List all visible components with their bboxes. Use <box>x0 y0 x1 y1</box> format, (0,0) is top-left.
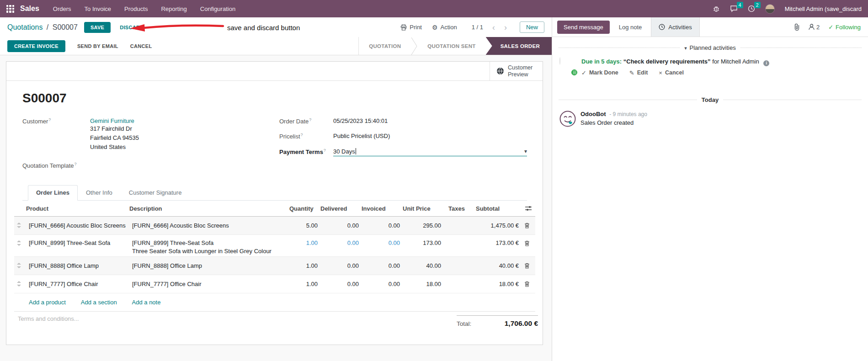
pager-prev-icon[interactable]: ‹ <box>490 23 498 32</box>
user-avatar[interactable] <box>765 4 775 14</box>
cell-unit-price[interactable]: 295.00 <box>403 216 444 234</box>
cell-quantity[interactable]: 5.00 <box>289 216 320 234</box>
add-a-section-link[interactable]: Add a section <box>81 299 117 306</box>
customer-name-link[interactable]: Gemini Furniture <box>90 117 134 124</box>
info-icon[interactable]: i <box>763 60 769 66</box>
optional-columns-icon[interactable] <box>522 201 535 216</box>
delete-row-icon[interactable] <box>522 275 535 293</box>
add-a-product-link[interactable]: Add a product <box>29 299 66 306</box>
cell-taxes[interactable] <box>444 256 476 275</box>
drag-handle-icon[interactable] <box>14 216 26 234</box>
print-button[interactable]: Print <box>400 24 422 31</box>
check-icon: ✓ <box>581 69 586 76</box>
state-quotation[interactable]: QUOTATION <box>359 37 411 55</box>
app-name[interactable]: Sales <box>20 5 39 13</box>
paperclip-icon[interactable] <box>793 23 800 31</box>
cell-invoiced[interactable]: 0.00 <box>362 234 403 256</box>
cell-product[interactable]: [FURN_8888] Office Lamp <box>26 256 129 275</box>
tab-customer-signature[interactable]: Customer Signature <box>121 185 190 200</box>
cell-quantity[interactable]: 1.00 <box>289 234 320 256</box>
tab-order-lines[interactable]: Order Lines <box>28 185 78 201</box>
message-author[interactable]: OdooBot <box>580 111 606 117</box>
followers-button[interactable]: 2 <box>809 24 820 31</box>
order-lines-table: Product Description Quantity Delivered I… <box>14 201 535 312</box>
total-box: Total: 1,706.00 € <box>457 315 538 328</box>
customer-label: Customer? <box>22 117 90 152</box>
delete-row-icon[interactable] <box>522 234 535 256</box>
cell-description[interactable]: [FURN_8888] Office Lamp <box>129 256 289 275</box>
message-item: OdooBot - 9 minutes ago Sales Order crea… <box>552 103 868 127</box>
cell-product[interactable]: [FURN_7777] Office Chair <box>26 275 129 293</box>
cell-unit-price[interactable]: 173.00 <box>403 234 444 256</box>
delete-row-icon[interactable] <box>522 256 535 275</box>
cell-invoiced[interactable]: 0.00 <box>362 275 403 293</box>
mark-done-button[interactable]: ✓ Mark Done <box>581 69 618 76</box>
discard-button[interactable]: DISCARD <box>120 25 144 30</box>
cell-delivered[interactable]: 0.00 <box>320 275 362 293</box>
tab-other-info[interactable]: Other Info <box>78 185 121 200</box>
cell-invoiced[interactable]: 0.00 <box>362 216 403 234</box>
cell-taxes[interactable] <box>444 216 476 234</box>
breadcrumb-quotations-link[interactable]: Quotations <box>7 23 43 31</box>
nav-item-reporting[interactable]: Reporting <box>161 5 186 12</box>
pager-next-icon[interactable]: › <box>501 23 510 32</box>
debug-bug-icon[interactable] <box>713 5 720 12</box>
cell-description[interactable]: [FURN_8999] Three-Seat Sofa Three Seater… <box>129 234 289 256</box>
cell-taxes[interactable] <box>444 234 476 256</box>
following-button[interactable]: ✓ Following <box>828 24 861 31</box>
state-sales-order[interactable]: SALES ORDER <box>486 37 552 55</box>
activities-button[interactable]: Activities <box>651 17 699 37</box>
cell-subtotal: 40.00 € <box>476 256 522 275</box>
cell-taxes[interactable] <box>444 275 476 293</box>
cell-unit-price[interactable]: 40.00 <box>403 256 444 275</box>
nav-item-orders[interactable]: Orders <box>53 5 71 12</box>
messages-icon[interactable]: 4 <box>730 5 738 12</box>
action-menu-button[interactable]: ⚙ Action <box>432 24 457 31</box>
cell-delivered[interactable]: 0.00 <box>320 256 362 275</box>
send-by-email-button[interactable]: SEND BY EMAIL <box>77 43 118 49</box>
activities-clock-icon[interactable]: 2 <box>748 5 755 12</box>
cell-description[interactable]: [FURN_7777] Office Chair <box>129 275 289 293</box>
page-title: S00007 <box>22 91 527 106</box>
cell-unit-price[interactable]: 18.00 <box>403 275 444 293</box>
pricelist-value[interactable]: Public Pricelist (USD) <box>333 133 390 140</box>
cancel-button[interactable]: CANCEL <box>130 43 152 49</box>
caret-down-icon[interactable]: ▾ <box>684 45 687 51</box>
nav-item-products[interactable]: Products <box>124 5 148 12</box>
drag-handle-icon[interactable] <box>14 234 26 256</box>
nav-item-configuration[interactable]: Configuration <box>200 5 235 12</box>
cell-product[interactable]: [FURN_6666] Acoustic Bloc Screens <box>26 216 129 234</box>
payment-terms-input[interactable]: 30 Days ▾ <box>333 148 527 156</box>
customer-preview-button[interactable]: Customer Preview <box>490 62 543 80</box>
save-button[interactable]: SAVE <box>84 22 111 33</box>
message-timestamp: - 9 minutes ago <box>609 111 647 117</box>
user-name[interactable]: Mitchell Admin (save_discard <box>785 5 862 12</box>
add-a-note-link[interactable]: Add a note <box>132 299 161 306</box>
state-quotation-sent[interactable]: QUOTATION SENT <box>417 37 485 55</box>
drag-handle-icon[interactable] <box>14 275 26 293</box>
chatter-panel: Send message Log note Activities 2 ✓ Fol… <box>552 17 868 361</box>
table-header-row: Product Description Quantity Delivered I… <box>14 201 535 216</box>
cell-quantity[interactable]: 1.00 <box>289 256 320 275</box>
cell-quantity[interactable]: 1.00 <box>289 275 320 293</box>
create-invoice-button[interactable]: CREATE INVOICE <box>7 40 65 52</box>
apps-grid-icon[interactable] <box>6 5 14 13</box>
cancel-activity-button[interactable]: × Cancel <box>659 69 684 76</box>
cell-product[interactable]: [FURN_8999] Three-Seat Sofa <box>26 234 129 256</box>
edit-activity-button[interactable]: ✎ Edit <box>629 69 648 76</box>
terms-placeholder[interactable]: Terms and conditions... <box>18 315 79 328</box>
cell-description[interactable]: [FURN_6666] Acoustic Bloc Screens <box>129 216 289 234</box>
log-note-button[interactable]: Log note <box>619 24 642 31</box>
cell-delivered[interactable]: 0.00 <box>320 234 362 256</box>
col-description: Description <box>129 201 289 216</box>
delete-row-icon[interactable] <box>522 216 535 234</box>
breadcrumb-current: S00007 <box>53 23 78 31</box>
drag-handle-icon[interactable] <box>14 256 26 275</box>
send-message-button[interactable]: Send message <box>557 21 610 34</box>
chevron-down-icon[interactable]: ▾ <box>524 148 527 154</box>
new-button[interactable]: New <box>520 21 544 33</box>
cell-delivered[interactable]: 0.00 <box>320 216 362 234</box>
nav-item-to-invoice[interactable]: To Invoice <box>85 5 112 12</box>
cell-invoiced[interactable]: 0.00 <box>362 256 403 275</box>
order-date-value[interactable]: 05/25/2023 15:40:01 <box>333 117 388 125</box>
